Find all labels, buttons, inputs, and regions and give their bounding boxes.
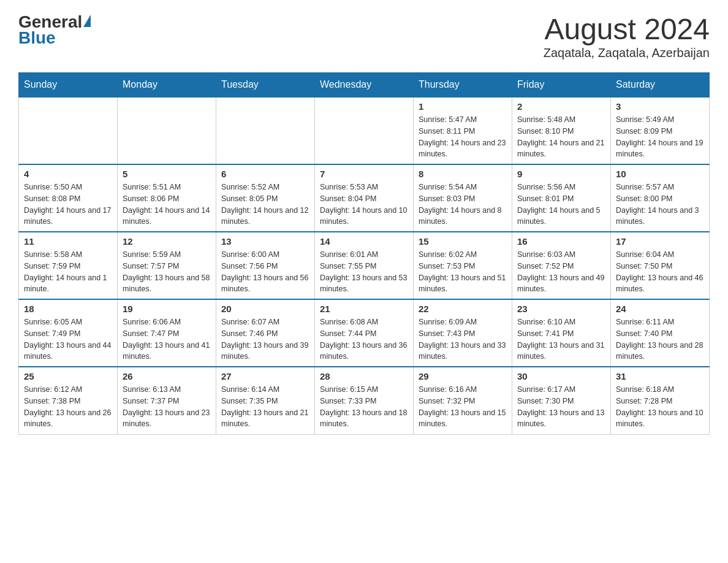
calendar-cell: 26Sunrise: 6:13 AM Sunset: 7:37 PM Dayli… (118, 367, 216, 434)
day-number: 16 (517, 236, 605, 247)
calendar-cell: 31Sunrise: 6:18 AM Sunset: 7:28 PM Dayli… (611, 367, 710, 434)
day-info: Sunrise: 5:57 AM Sunset: 8:00 PM Dayligh… (616, 182, 704, 228)
day-info: Sunrise: 5:53 AM Sunset: 8:04 PM Dayligh… (320, 182, 408, 228)
day-number: 26 (123, 371, 211, 381)
calendar-cell: 22Sunrise: 6:09 AM Sunset: 7:43 PM Dayli… (414, 299, 512, 367)
logo: General Blue (18, 12, 91, 48)
week-row-1: 1Sunrise: 5:47 AM Sunset: 8:11 PM Daylig… (19, 97, 710, 164)
day-number: 3 (616, 101, 704, 112)
day-number: 5 (123, 169, 211, 179)
day-number: 22 (419, 304, 507, 314)
calendar-cell: 2Sunrise: 5:48 AM Sunset: 8:10 PM Daylig… (512, 97, 611, 164)
calendar-cell: 23Sunrise: 6:10 AM Sunset: 7:41 PM Dayli… (512, 299, 611, 367)
day-number: 2 (517, 101, 605, 112)
calendar-cell: 28Sunrise: 6:15 AM Sunset: 7:33 PM Dayli… (315, 367, 414, 434)
day-info: Sunrise: 5:54 AM Sunset: 8:03 PM Dayligh… (419, 182, 507, 228)
day-number: 1 (419, 101, 507, 112)
day-number: 9 (517, 169, 605, 179)
week-row-2: 4Sunrise: 5:50 AM Sunset: 8:08 PM Daylig… (19, 164, 710, 232)
day-info: Sunrise: 5:49 AM Sunset: 8:09 PM Dayligh… (616, 114, 704, 160)
location: Zaqatala, Zaqatala, Azerbaijan (544, 46, 710, 60)
calendar-cell: 13Sunrise: 6:00 AM Sunset: 7:56 PM Dayli… (216, 232, 315, 299)
calendar-cell: 29Sunrise: 6:16 AM Sunset: 7:32 PM Dayli… (414, 367, 512, 434)
day-number: 14 (320, 236, 408, 247)
calendar-cell: 21Sunrise: 6:08 AM Sunset: 7:44 PM Dayli… (315, 299, 414, 367)
calendar-cell: 5Sunrise: 5:51 AM Sunset: 8:06 PM Daylig… (118, 164, 216, 232)
day-number: 15 (419, 236, 507, 247)
logo-triangle-icon (83, 15, 91, 27)
weekday-header-sunday: Sunday (19, 73, 118, 98)
day-info: Sunrise: 6:01 AM Sunset: 7:55 PM Dayligh… (320, 249, 408, 295)
calendar-cell: 24Sunrise: 6:11 AM Sunset: 7:40 PM Dayli… (611, 299, 710, 367)
day-info: Sunrise: 6:17 AM Sunset: 7:30 PM Dayligh… (517, 384, 605, 430)
day-number: 29 (419, 371, 507, 381)
day-number: 4 (24, 169, 112, 179)
calendar-cell: 27Sunrise: 6:14 AM Sunset: 7:35 PM Dayli… (216, 367, 315, 434)
week-row-5: 25Sunrise: 6:12 AM Sunset: 7:38 PM Dayli… (19, 367, 710, 434)
calendar-cell: 7Sunrise: 5:53 AM Sunset: 8:04 PM Daylig… (315, 164, 414, 232)
day-number: 10 (616, 169, 704, 179)
calendar-cell: 10Sunrise: 5:57 AM Sunset: 8:00 PM Dayli… (611, 164, 710, 232)
day-number: 13 (221, 236, 309, 247)
day-info: Sunrise: 6:10 AM Sunset: 7:41 PM Dayligh… (517, 316, 605, 362)
day-number: 8 (419, 169, 507, 179)
day-info: Sunrise: 6:03 AM Sunset: 7:52 PM Dayligh… (517, 249, 605, 295)
day-number: 23 (517, 304, 605, 314)
calendar-cell: 6Sunrise: 5:52 AM Sunset: 8:05 PM Daylig… (216, 164, 315, 232)
day-number: 6 (221, 169, 309, 179)
weekday-header-friday: Friday (512, 73, 611, 98)
logo-blue-text: Blue (18, 28, 56, 48)
day-number: 19 (123, 304, 211, 314)
day-number: 27 (221, 371, 309, 381)
day-number: 20 (221, 304, 309, 314)
page-header: General Blue August 2024 Zaqatala, Zaqat… (18, 12, 710, 60)
day-number: 18 (24, 304, 112, 314)
calendar-cell: 1Sunrise: 5:47 AM Sunset: 8:11 PM Daylig… (414, 97, 512, 164)
calendar-cell (19, 97, 118, 164)
calendar-cell: 19Sunrise: 6:06 AM Sunset: 7:47 PM Dayli… (118, 299, 216, 367)
calendar-cell: 11Sunrise: 5:58 AM Sunset: 7:59 PM Dayli… (19, 232, 118, 299)
calendar-cell: 16Sunrise: 6:03 AM Sunset: 7:52 PM Dayli… (512, 232, 611, 299)
calendar-cell: 25Sunrise: 6:12 AM Sunset: 7:38 PM Dayli… (19, 367, 118, 434)
day-number: 28 (320, 371, 408, 381)
weekday-header-wednesday: Wednesday (315, 73, 414, 98)
calendar-cell (216, 97, 315, 164)
calendar-cell (315, 97, 414, 164)
day-number: 30 (517, 371, 605, 381)
day-info: Sunrise: 6:02 AM Sunset: 7:53 PM Dayligh… (419, 249, 507, 295)
calendar-cell: 12Sunrise: 5:59 AM Sunset: 7:57 PM Dayli… (118, 232, 216, 299)
day-number: 17 (616, 236, 704, 247)
day-info: Sunrise: 6:14 AM Sunset: 7:35 PM Dayligh… (221, 384, 309, 430)
day-number: 7 (320, 169, 408, 179)
calendar-cell: 9Sunrise: 5:56 AM Sunset: 8:01 PM Daylig… (512, 164, 611, 232)
day-info: Sunrise: 6:15 AM Sunset: 7:33 PM Dayligh… (320, 384, 408, 430)
day-info: Sunrise: 6:13 AM Sunset: 7:37 PM Dayligh… (123, 384, 211, 430)
calendar-cell: 15Sunrise: 6:02 AM Sunset: 7:53 PM Dayli… (414, 232, 512, 299)
calendar-table: SundayMondayTuesdayWednesdayThursdayFrid… (18, 72, 710, 435)
day-info: Sunrise: 6:11 AM Sunset: 7:40 PM Dayligh… (616, 316, 704, 362)
calendar-cell: 4Sunrise: 5:50 AM Sunset: 8:08 PM Daylig… (19, 164, 118, 232)
month-title: August 2024 (544, 12, 710, 46)
week-row-4: 18Sunrise: 6:05 AM Sunset: 7:49 PM Dayli… (19, 299, 710, 367)
day-info: Sunrise: 5:58 AM Sunset: 7:59 PM Dayligh… (24, 249, 112, 295)
day-number: 25 (24, 371, 112, 381)
day-info: Sunrise: 6:18 AM Sunset: 7:28 PM Dayligh… (616, 384, 704, 430)
day-info: Sunrise: 6:08 AM Sunset: 7:44 PM Dayligh… (320, 316, 408, 362)
day-info: Sunrise: 6:06 AM Sunset: 7:47 PM Dayligh… (123, 316, 211, 362)
day-number: 21 (320, 304, 408, 314)
calendar-cell: 17Sunrise: 6:04 AM Sunset: 7:50 PM Dayli… (611, 232, 710, 299)
day-info: Sunrise: 6:05 AM Sunset: 7:49 PM Dayligh… (24, 316, 112, 362)
day-number: 31 (616, 371, 704, 381)
day-number: 12 (123, 236, 211, 247)
weekday-header-saturday: Saturday (611, 73, 710, 98)
calendar-cell: 8Sunrise: 5:54 AM Sunset: 8:03 PM Daylig… (414, 164, 512, 232)
day-info: Sunrise: 6:09 AM Sunset: 7:43 PM Dayligh… (419, 316, 507, 362)
day-info: Sunrise: 5:47 AM Sunset: 8:11 PM Dayligh… (419, 114, 507, 160)
day-number: 24 (616, 304, 704, 314)
day-info: Sunrise: 5:56 AM Sunset: 8:01 PM Dayligh… (517, 182, 605, 228)
day-info: Sunrise: 5:51 AM Sunset: 8:06 PM Dayligh… (123, 182, 211, 228)
day-number: 11 (24, 236, 112, 247)
weekday-header-row: SundayMondayTuesdayWednesdayThursdayFrid… (19, 73, 710, 98)
weekday-header-monday: Monday (118, 73, 216, 98)
calendar-cell: 30Sunrise: 6:17 AM Sunset: 7:30 PM Dayli… (512, 367, 611, 434)
